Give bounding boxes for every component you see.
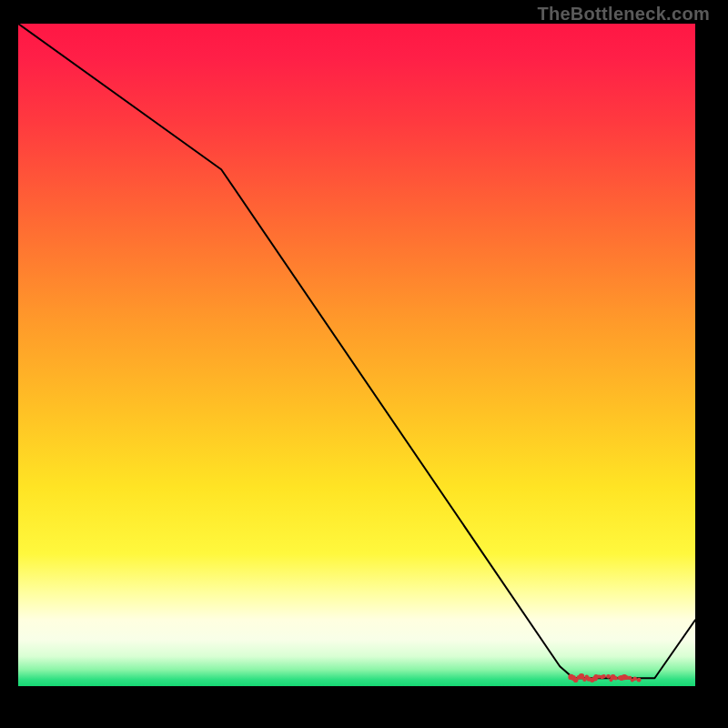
optimum-dot bbox=[606, 674, 611, 679]
gradient-background bbox=[18, 24, 695, 686]
optimum-dot bbox=[613, 676, 617, 680]
watermark-text: TheBottleneck.com bbox=[537, 4, 710, 25]
chart-frame: TheBottleneck.com bbox=[0, 0, 728, 728]
chart-plot bbox=[18, 24, 695, 686]
optimum-dot bbox=[637, 678, 642, 682]
optimum-dot bbox=[602, 674, 605, 678]
optimum-dot bbox=[632, 677, 637, 682]
